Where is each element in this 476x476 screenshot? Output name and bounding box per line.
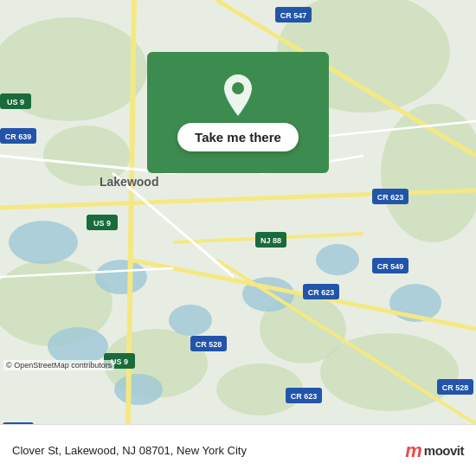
svg-rect-28 [3, 422, 34, 424]
svg-text:US 9: US 9 [7, 98, 24, 106]
svg-text:CR 639: CR 639 [5, 132, 32, 141]
map-container: US 9 US 9 US 9 CR 547 CR 639 (626) CR 62… [0, 0, 476, 424]
moovit-logo: m moovit [405, 440, 464, 462]
location-pin [221, 74, 255, 116]
svg-point-17 [114, 374, 163, 405]
svg-point-10 [9, 221, 78, 264]
svg-text:CR 549: CR 549 [377, 262, 404, 271]
svg-text:NJ 88: NJ 88 [261, 236, 281, 245]
osm-attribution: © OpenStreetMap contributors [3, 360, 114, 370]
svg-text:CR 623: CR 623 [377, 193, 404, 202]
svg-point-13 [169, 305, 212, 336]
svg-text:CR 528: CR 528 [196, 340, 222, 349]
moovit-text: moovit [424, 443, 464, 458]
svg-text:US 9: US 9 [93, 219, 111, 228]
svg-point-45 [232, 82, 244, 94]
svg-point-15 [316, 244, 359, 275]
bottom-bar: Clover St, Lakewood, NJ 08701, New York … [0, 424, 476, 476]
take-me-there-button[interactable]: Take me there [177, 123, 299, 151]
svg-text:CR 547: CR 547 [280, 11, 307, 20]
svg-point-11 [95, 260, 147, 294]
moovit-m-icon: m [405, 440, 421, 462]
svg-text:CR 623: CR 623 [308, 288, 335, 297]
svg-text:CR 623: CR 623 [291, 392, 318, 401]
location-overlay: Take me there [147, 52, 329, 173]
svg-text:Lakewood: Lakewood [100, 175, 158, 189]
svg-text:CR 528: CR 528 [442, 383, 469, 392]
address-label: Clover St, Lakewood, NJ 08701, New York … [12, 444, 396, 457]
